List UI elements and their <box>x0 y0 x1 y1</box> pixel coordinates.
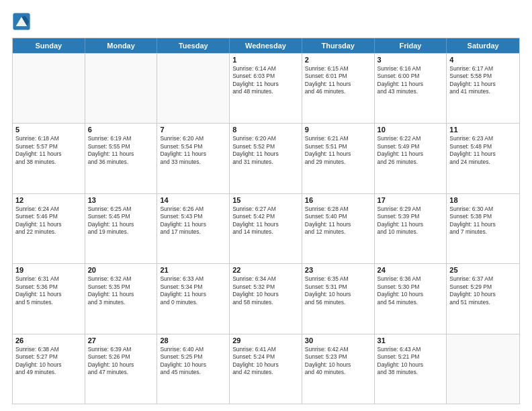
day-number: 7 <box>160 126 226 134</box>
day-number: 16 <box>305 196 371 204</box>
day-info: Sunrise: 6:19 AM Sunset: 5:55 PM Dayligh… <box>88 135 154 166</box>
cal-cell: 3Sunrise: 6:16 AM Sunset: 6:00 PM Daylig… <box>375 54 447 123</box>
header-day-wednesday: Wednesday <box>230 38 302 53</box>
cal-cell <box>13 54 85 123</box>
cal-row-0: 1Sunrise: 6:14 AM Sunset: 6:03 PM Daylig… <box>13 53 519 123</box>
day-number: 15 <box>232 196 299 204</box>
cal-cell <box>157 54 230 123</box>
day-info: Sunrise: 6:20 AM Sunset: 5:52 PM Dayligh… <box>232 135 299 166</box>
day-info: Sunrise: 6:18 AM Sunset: 5:57 PM Dayligh… <box>15 135 82 166</box>
day-info: Sunrise: 6:15 AM Sunset: 6:01 PM Dayligh… <box>305 65 371 96</box>
cal-cell: 14Sunrise: 6:26 AM Sunset: 5:43 PM Dayli… <box>157 194 230 263</box>
calendar-body: 1Sunrise: 6:14 AM Sunset: 6:03 PM Daylig… <box>13 53 519 404</box>
header-day-friday: Friday <box>375 38 447 53</box>
day-number: 10 <box>378 126 444 134</box>
day-info: Sunrise: 6:24 AM Sunset: 5:46 PM Dayligh… <box>15 205 82 236</box>
header-day-sunday: Sunday <box>13 38 85 53</box>
header-day-tuesday: Tuesday <box>157 38 230 53</box>
day-info: Sunrise: 6:41 AM Sunset: 5:24 PM Dayligh… <box>232 346 299 377</box>
header-day-saturday: Saturday <box>447 38 519 53</box>
cal-cell: 21Sunrise: 6:33 AM Sunset: 5:34 PM Dayli… <box>157 264 230 333</box>
cal-cell: 17Sunrise: 6:29 AM Sunset: 5:39 PM Dayli… <box>375 194 447 263</box>
cal-cell: 5Sunrise: 6:18 AM Sunset: 5:57 PM Daylig… <box>13 124 85 193</box>
day-number: 13 <box>88 196 154 204</box>
cal-cell: 15Sunrise: 6:27 AM Sunset: 5:42 PM Dayli… <box>230 194 302 263</box>
day-number: 11 <box>449 126 517 134</box>
day-number: 20 <box>88 266 154 274</box>
cal-cell: 30Sunrise: 6:42 AM Sunset: 5:23 PM Dayli… <box>302 334 375 404</box>
calendar: SundayMondayTuesdayWednesdayThursdayFrid… <box>12 38 520 404</box>
day-info: Sunrise: 6:30 AM Sunset: 5:38 PM Dayligh… <box>449 205 517 236</box>
day-info: Sunrise: 6:40 AM Sunset: 5:25 PM Dayligh… <box>160 346 226 377</box>
cal-cell: 18Sunrise: 6:30 AM Sunset: 5:38 PM Dayli… <box>447 194 519 263</box>
cal-cell: 26Sunrise: 6:38 AM Sunset: 5:27 PM Dayli… <box>13 334 85 404</box>
day-info: Sunrise: 6:16 AM Sunset: 6:00 PM Dayligh… <box>378 65 444 96</box>
day-number: 1 <box>232 56 299 64</box>
day-info: Sunrise: 6:14 AM Sunset: 6:03 PM Dayligh… <box>232 65 299 96</box>
header <box>12 12 520 31</box>
day-info: Sunrise: 6:22 AM Sunset: 5:49 PM Dayligh… <box>378 135 444 166</box>
cal-row-4: 26Sunrise: 6:38 AM Sunset: 5:27 PM Dayli… <box>13 334 519 404</box>
cal-cell: 20Sunrise: 6:32 AM Sunset: 5:35 PM Dayli… <box>85 264 158 333</box>
day-info: Sunrise: 6:37 AM Sunset: 5:29 PM Dayligh… <box>449 275 517 306</box>
calendar-header: SundayMondayTuesdayWednesdayThursdayFrid… <box>13 38 519 53</box>
day-number: 29 <box>232 336 299 345</box>
header-day-monday: Monday <box>85 38 158 53</box>
cal-cell: 6Sunrise: 6:19 AM Sunset: 5:55 PM Daylig… <box>85 124 158 193</box>
day-number: 19 <box>15 266 82 274</box>
cal-cell <box>85 54 158 123</box>
day-info: Sunrise: 6:36 AM Sunset: 5:30 PM Dayligh… <box>378 275 444 306</box>
day-number: 25 <box>449 266 517 274</box>
cal-cell: 16Sunrise: 6:28 AM Sunset: 5:40 PM Dayli… <box>302 194 375 263</box>
cal-cell: 28Sunrise: 6:40 AM Sunset: 5:25 PM Dayli… <box>157 334 230 404</box>
day-info: Sunrise: 6:25 AM Sunset: 5:45 PM Dayligh… <box>88 205 154 236</box>
day-info: Sunrise: 6:27 AM Sunset: 5:42 PM Dayligh… <box>232 205 299 236</box>
day-info: Sunrise: 6:31 AM Sunset: 5:36 PM Dayligh… <box>15 275 82 306</box>
header-day-thursday: Thursday <box>302 38 375 53</box>
day-number: 27 <box>88 336 154 345</box>
day-number: 23 <box>305 266 371 274</box>
cal-cell: 4Sunrise: 6:17 AM Sunset: 5:58 PM Daylig… <box>447 54 519 123</box>
day-info: Sunrise: 6:38 AM Sunset: 5:27 PM Dayligh… <box>15 346 82 377</box>
day-number: 26 <box>15 336 82 345</box>
cal-cell: 12Sunrise: 6:24 AM Sunset: 5:46 PM Dayli… <box>13 194 85 263</box>
cal-cell: 10Sunrise: 6:22 AM Sunset: 5:49 PM Dayli… <box>375 124 447 193</box>
day-number: 21 <box>160 266 226 274</box>
cal-cell: 7Sunrise: 6:20 AM Sunset: 5:54 PM Daylig… <box>157 124 230 193</box>
cal-cell: 29Sunrise: 6:41 AM Sunset: 5:24 PM Dayli… <box>230 334 302 404</box>
day-info: Sunrise: 6:35 AM Sunset: 5:31 PM Dayligh… <box>305 275 371 306</box>
cal-cell: 9Sunrise: 6:21 AM Sunset: 5:51 PM Daylig… <box>302 124 375 193</box>
cal-row-2: 12Sunrise: 6:24 AM Sunset: 5:46 PM Dayli… <box>13 193 519 263</box>
cal-cell: 31Sunrise: 6:43 AM Sunset: 5:21 PM Dayli… <box>375 334 447 404</box>
day-info: Sunrise: 6:33 AM Sunset: 5:34 PM Dayligh… <box>160 275 226 306</box>
day-info: Sunrise: 6:34 AM Sunset: 5:32 PM Dayligh… <box>232 275 299 306</box>
cal-cell: 1Sunrise: 6:14 AM Sunset: 6:03 PM Daylig… <box>230 54 302 123</box>
cal-cell: 24Sunrise: 6:36 AM Sunset: 5:30 PM Dayli… <box>375 264 447 333</box>
day-number: 2 <box>305 56 371 64</box>
day-info: Sunrise: 6:32 AM Sunset: 5:35 PM Dayligh… <box>88 275 154 306</box>
day-number: 31 <box>378 336 444 345</box>
day-info: Sunrise: 6:28 AM Sunset: 5:40 PM Dayligh… <box>305 205 371 236</box>
day-number: 24 <box>378 266 444 274</box>
day-number: 5 <box>15 126 82 134</box>
day-number: 28 <box>160 336 226 345</box>
day-info: Sunrise: 6:39 AM Sunset: 5:26 PM Dayligh… <box>88 346 154 377</box>
cal-cell: 13Sunrise: 6:25 AM Sunset: 5:45 PM Dayli… <box>85 194 158 263</box>
cal-cell: 2Sunrise: 6:15 AM Sunset: 6:01 PM Daylig… <box>302 54 375 123</box>
cal-cell: 22Sunrise: 6:34 AM Sunset: 5:32 PM Dayli… <box>230 264 302 333</box>
logo <box>12 12 34 31</box>
cal-row-1: 5Sunrise: 6:18 AM Sunset: 5:57 PM Daylig… <box>13 123 519 193</box>
cal-cell: 19Sunrise: 6:31 AM Sunset: 5:36 PM Dayli… <box>13 264 85 333</box>
day-number: 18 <box>449 196 517 204</box>
day-number: 14 <box>160 196 226 204</box>
page: SundayMondayTuesdayWednesdayThursdayFrid… <box>0 0 532 411</box>
day-info: Sunrise: 6:23 AM Sunset: 5:48 PM Dayligh… <box>449 135 517 166</box>
day-info: Sunrise: 6:42 AM Sunset: 5:23 PM Dayligh… <box>305 346 371 377</box>
day-info: Sunrise: 6:29 AM Sunset: 5:39 PM Dayligh… <box>378 205 444 236</box>
day-number: 8 <box>232 126 299 134</box>
day-info: Sunrise: 6:21 AM Sunset: 5:51 PM Dayligh… <box>305 135 371 166</box>
day-number: 3 <box>378 56 444 64</box>
cal-cell: 11Sunrise: 6:23 AM Sunset: 5:48 PM Dayli… <box>447 124 519 193</box>
cal-cell <box>447 334 519 404</box>
day-info: Sunrise: 6:17 AM Sunset: 5:58 PM Dayligh… <box>449 65 517 96</box>
